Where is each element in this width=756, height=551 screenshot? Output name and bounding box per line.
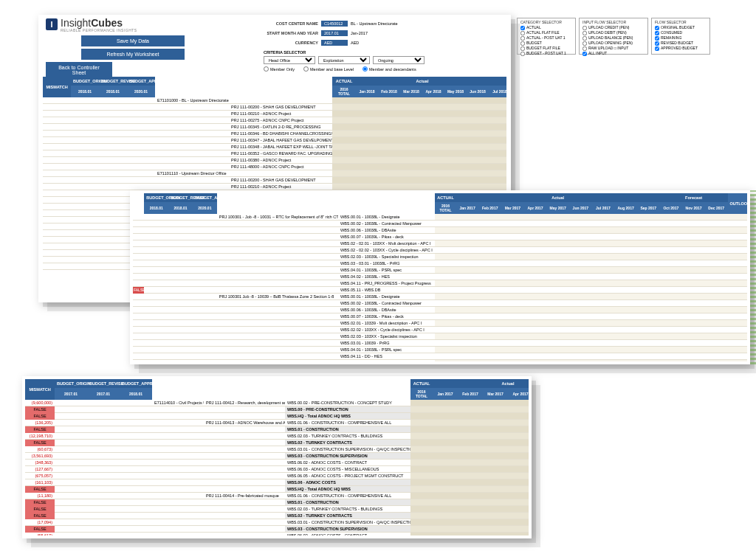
table-row[interactable]: WBS.04.11 - DD - HES (133, 353, 747, 360)
table-row[interactable]: WBS.00.06 - 10038L - DBAsite (133, 307, 747, 313)
table-row[interactable]: WBS.02.03 - 10039L - Specialist inspecti… (133, 254, 747, 260)
col-m4: May 2018 (444, 86, 467, 97)
selector-item[interactable]: UPLOAD DEBIT (PEN) (583, 30, 645, 35)
table-row[interactable]: PRJ 111-00210 - ADNOC Project (43, 111, 506, 117)
selector-item[interactable]: REMAINING (655, 35, 707, 41)
panel-bottom: MISMATCH BUDGET_ORIGIN BUDGET_REVISE BUD… (22, 376, 532, 538)
p2-m4: May 2017 (546, 202, 569, 214)
table-row[interactable]: FALSEWBS.01 - CONSTRUCTION (25, 499, 529, 506)
category-selector-box: CATEGORY SELECTOR ACTUALACTUAL FLAT FILE… (517, 18, 576, 55)
table-row[interactable]: FALSEWBS.HQ - Total ADNOC HQ WBS (25, 413, 529, 420)
selector-item[interactable]: CONSUMED (655, 30, 707, 35)
selector-item[interactable]: UPLOAD CREDIT (PEN) (583, 25, 645, 30)
table-row[interactable]: WBS.02 - 02.01 - 103XX - Mult descriptio… (133, 240, 747, 247)
table-row[interactable]: WBS.00.06 - 10038L - DBAsite (133, 227, 747, 234)
selector-item[interactable]: BUDGET - POST UAT 1 (520, 51, 572, 56)
table-row[interactable]: PRJ 111-00210 - ADNOC Project (43, 184, 506, 190)
table-row[interactable]: PRJ 111-00380 - ADNOC Project (43, 157, 506, 164)
table-row[interactable]: (9,600,000)E71114010 - Civil Projects Un… (25, 400, 529, 406)
table-row[interactable]: PRJ 100301 Job -8 - 10039 – BdB Thalassa… (133, 294, 747, 300)
table-row[interactable]: WBS.00.07 - 10039L - Pikas - deck (133, 234, 747, 240)
cost-center-label: COST CENTER NAME (264, 21, 321, 26)
table-row[interactable]: FALSEWBS.01 - CONSTRUCTION (25, 426, 529, 433)
table-row[interactable]: WBS.02.03 - 103XX - Specialist inspectio… (133, 333, 747, 340)
criteria-dd1[interactable]: Head Office (264, 56, 315, 64)
table-row[interactable]: FALSEWBS.02 - TURNKEY CONTRACTS (25, 513, 529, 519)
selector-item[interactable]: BUDGET (520, 41, 572, 46)
table-row[interactable]: (161,103)WBS.06 - ADNOC COSTS (25, 479, 529, 486)
table-row[interactable]: (136,205)PRJ 111-00413 - ADNOC Warehouse… (25, 420, 529, 426)
criteria-radio-member-only[interactable]: Member Only (264, 66, 295, 72)
table-row[interactable]: (127,667)WBS.06.03 - ADNOC COSTS - MISCE… (25, 466, 529, 473)
table-row[interactable]: PRJ 111-00347 - JABAL HAFEET GAS DEVELPO… (43, 137, 506, 144)
table-row[interactable]: PRJ 111-00345 - DATLIN 2-D RE_PROCESSING (43, 124, 506, 131)
save-data-button[interactable]: Save My Data (81, 35, 185, 46)
table-row[interactable]: PRJ 111-00200 - SHAH GAS DEVELOPMENT (43, 177, 506, 184)
table-row[interactable]: (55,617)WBS.06.02 - ADNOC COSTS - CONTRA… (25, 533, 529, 536)
table-row[interactable]: PRJ 100301 - Job -8 - 10031 – RTC for Re… (133, 214, 747, 221)
table-row[interactable]: FALSEWBS.05.11 - WBS.DB (133, 287, 747, 294)
table-row[interactable]: WBS.04.01 - 10038L - PSRL spec (133, 347, 747, 353)
selector-item[interactable]: BUDGET FLAT FILE (520, 46, 572, 51)
table-row[interactable]: PRJ 111-00275 - ADNOC CNPC Project (43, 117, 506, 124)
selector-item[interactable]: UPLOAD OPENING (PEN) (583, 41, 645, 46)
table-row[interactable]: (12,198,710)WBS.02.03 - TURNKEY CONTRACT… (25, 433, 529, 440)
criteria-radio-member-base[interactable]: Member and base Level (303, 66, 354, 72)
table-row[interactable]: (675,057)WBS.06.05 - ADNOC COSTS - PROJE… (25, 473, 529, 479)
table-row[interactable]: PRJ 111-00352 - GASCO REWARD FAC. UPGRAD… (43, 150, 506, 157)
criteria-radio-member-desc[interactable]: Member and descendants (362, 66, 416, 72)
selector-item[interactable]: REVISED BUDGET (655, 41, 707, 46)
back-controller-button[interactable]: Back to Controller Sheet (46, 62, 112, 78)
table-row[interactable]: PRJ 111-00346 - BD DHABISHI CHANNELCROSS… (43, 131, 506, 137)
table-row[interactable]: WBS.04.11 - PRJ_PROGRESS - Project Progr… (133, 280, 747, 287)
p2-m10: Nov 2017 (682, 202, 705, 214)
colgroup-actual: Actual (356, 77, 489, 86)
table-row[interactable]: WBS.03 - 03.01 - 10038L - PrRG (133, 260, 747, 267)
selector-item[interactable]: ACTUAL (520, 25, 572, 30)
refresh-worksheet-button[interactable]: Refresh My Worksheet (81, 49, 185, 60)
selector-item[interactable]: ORIGINAL BUDGET (655, 25, 707, 30)
table-row[interactable]: (11,180)PRJ 111-00414 - Pre-fabricated m… (25, 493, 529, 499)
selector-item[interactable]: ACTUAL - POST UAT 1 (520, 35, 572, 41)
p3-tot: 2016 TOTAL (410, 388, 433, 400)
selector-item[interactable]: UPLOAD BALANCE (PEN) (583, 35, 645, 41)
table-row[interactable]: WBS.02.02 - 103XX - Cycle disciplines - … (133, 327, 747, 333)
p3-col-mismatch: MISMATCH (25, 379, 55, 400)
table-row[interactable]: WBS.04.01 - 10038L - PSRL spec (133, 267, 747, 274)
table-row[interactable]: (17,094)WBS.03.01 - CONSTRUCTION SUPERVI… (25, 519, 529, 526)
table-row[interactable]: PRJ 111-00348 - JABAL HAFEET EXP WELL -J… (43, 144, 506, 150)
table-row[interactable]: PRJ 111-00200 - SHAH GAS DEVELOPMENT (43, 104, 506, 111)
table-row[interactable]: WBS.04.02 - 10038L - HES (133, 274, 747, 280)
criteria-label: CRITERIA SELECTOR (264, 50, 306, 55)
table-row[interactable]: WBS.00.07 - 10039L - Pikas - deck (133, 313, 747, 320)
criteria-dd3[interactable]: Ongoing (373, 56, 425, 64)
table-row[interactable]: FALSEWBS.00 - PRE-CONSTRUCTION (25, 406, 529, 413)
table-row[interactable]: FALSEWBS.02.03 - TURNKEY CONTRACTS - BUI… (25, 506, 529, 513)
table-row[interactable]: (60,673)WBS.03.01 - CONSTRUCTION SUPERVI… (25, 446, 529, 453)
table-row[interactable]: E71101000 - BL - Upstream Directorate (43, 97, 506, 104)
table-row[interactable]: (3,561,693)WBS.03 - CONSTRUCTION SUPERVI… (25, 453, 529, 460)
table-row[interactable]: (348,363)WBS.06.02 - ADNOC COSTS - CONTR… (25, 460, 529, 466)
green-marker-strip-icon (750, 190, 756, 364)
table-row[interactable]: WBS.03.01 - 10039 - PrRG (133, 340, 747, 347)
cost-center-code: C1450012 (321, 21, 348, 27)
selector-item[interactable]: RAW UPLOAD □ INPUT (583, 46, 645, 51)
table-row[interactable]: FALSEWBS.HQ - Total ADNOC HQ WBS (25, 486, 529, 493)
table-row[interactable]: FALSEWBS.03 - CONSTRUCTION SUPERVISION (25, 526, 529, 533)
table-row[interactable]: WBS.05 - PRJ_PROGRESS - Project Progress (133, 360, 747, 362)
table-row[interactable]: WBS.02.01 - 10339 - Mult description - A… (133, 320, 747, 327)
selector-item[interactable]: APPROVED BUDGET (655, 46, 707, 51)
table-row[interactable]: WBS.00.02 - 10038L - Contracted Manpower (133, 221, 747, 227)
selector-item[interactable]: ALL INPUT (583, 51, 645, 56)
p2-m7: Aug 2017 (614, 202, 637, 214)
criteria-dd2[interactable]: Exploration (318, 56, 370, 64)
table-row[interactable]: PRJ 111-48000 - ADNOC CNPC Project (43, 164, 506, 170)
table-row[interactable]: E71101110 - Upstream Director Office (43, 170, 506, 177)
p2-y2: 2018.01 (168, 202, 193, 214)
table-row[interactable]: FALSEWBS.02 - TURNKEY CONTRACTS (25, 440, 529, 446)
table-row[interactable]: WBS.02 - 02.02 - 103XX - Cycle disciplin… (133, 247, 747, 254)
table-row[interactable]: WBS.00.02 - 10038L - Contracted Manpower (133, 300, 747, 307)
selector-item[interactable]: ACTUAL FLAT FILE (520, 30, 572, 35)
p3-col-b3: BUDGET_APPRVD (120, 379, 152, 388)
p3-col-b2: BUDGET_REVISE (87, 379, 120, 388)
